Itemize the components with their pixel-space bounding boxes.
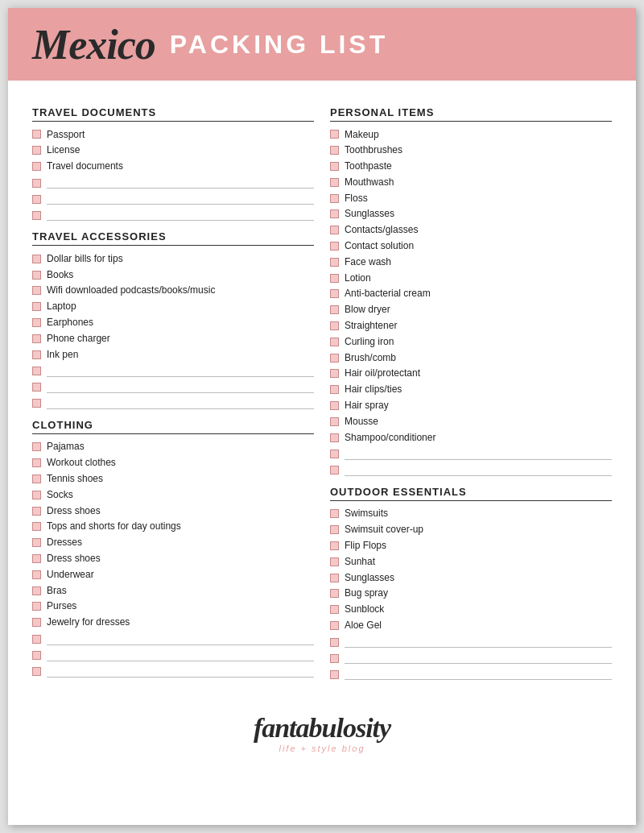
checkbox-icon[interactable] [330,258,339,267]
list-item[interactable]: Laptop [32,299,314,315]
checkbox-icon[interactable] [330,354,339,363]
checkbox-icon[interactable] [32,350,41,359]
list-item[interactable]: Flip Flops [330,538,612,554]
list-item[interactable]: Hair oil/protectant [330,366,612,382]
list-item[interactable]: Wifi downloaded podcasts/books/music [32,283,314,299]
list-item[interactable]: Socks [32,487,314,503]
list-item[interactable]: Jewelry for dresses [32,615,314,631]
checkbox-icon[interactable] [330,226,339,234]
checkbox-icon[interactable] [330,557,339,566]
checkbox-icon[interactable] [330,621,339,630]
list-item[interactable]: Floss [330,190,612,206]
list-item[interactable]: Contacts/glasses [330,222,612,238]
list-item[interactable]: Workout clothes [32,455,314,471]
list-item[interactable]: Blow dryer [330,302,612,318]
checkbox-icon[interactable] [330,305,339,314]
list-item[interactable]: Dress shoes [32,503,314,519]
list-item[interactable]: Face wash [330,254,612,270]
list-item[interactable]: Makeup [330,126,612,143]
list-item[interactable]: License [32,143,314,159]
checkbox-icon[interactable] [330,433,339,442]
list-item[interactable]: Bras [32,582,314,599]
checkbox-icon[interactable] [330,209,339,218]
list-item[interactable]: Contact solution [330,238,612,255]
checkbox-icon[interactable] [32,302,41,311]
checkbox-icon[interactable] [330,178,339,187]
list-item[interactable]: Sunblock [330,602,612,618]
checkbox-icon[interactable] [330,194,339,203]
checkbox-icon[interactable] [32,334,41,343]
checkbox-icon[interactable] [32,618,41,627]
checkbox-icon[interactable] [32,458,41,467]
checkbox-icon[interactable] [32,554,41,563]
checkbox-icon[interactable] [32,491,41,499]
checkbox-icon[interactable] [330,509,339,518]
checkbox-icon[interactable] [330,130,339,139]
list-item[interactable]: Tennis shoes [32,471,314,487]
list-item[interactable]: Curling iron [330,334,612,350]
checkbox-icon[interactable] [330,338,339,346]
list-item[interactable]: Phone charger [32,330,314,346]
list-item[interactable]: Shampoo/conditioner [330,429,612,446]
list-item[interactable]: Purses [32,599,314,615]
checkbox-icon[interactable] [32,146,41,155]
checkbox-icon[interactable] [330,146,339,155]
list-item[interactable]: Toothpaste [330,159,612,175]
checkbox-icon[interactable] [32,318,41,327]
list-item[interactable]: Passport [32,126,314,143]
checkbox-icon[interactable] [330,605,339,614]
checkbox-icon[interactable] [32,271,41,280]
checkbox-icon[interactable] [330,417,339,426]
list-item[interactable]: Books [32,267,314,283]
checkbox-icon[interactable] [330,321,339,330]
list-item[interactable]: Bug spray [330,586,612,602]
checkbox-icon[interactable] [330,242,339,251]
list-item[interactable]: Ink pen [32,346,314,363]
checkbox-icon[interactable] [330,289,339,298]
checkbox-icon[interactable] [32,442,41,451]
checkbox-icon[interactable] [330,574,339,582]
checkbox-icon[interactable] [32,570,41,579]
list-item[interactable]: Sunglasses [330,570,612,586]
list-item[interactable]: Pajamas [32,439,314,455]
list-item[interactable]: Mousse [330,413,612,429]
list-item[interactable]: Sunglasses [330,206,612,222]
list-item[interactable]: Brush/comb [330,350,612,366]
list-item[interactable]: Aloe Gel [330,618,612,634]
list-item[interactable]: Earphones [32,315,314,331]
checkbox-icon[interactable] [330,541,339,550]
list-item[interactable]: Travel documents [32,159,314,175]
checkbox-icon[interactable] [32,507,41,516]
list-item[interactable]: Hair clips/ties [330,382,612,398]
checkbox-icon[interactable] [330,401,339,410]
list-item[interactable]: Straightener [330,318,612,334]
list-item[interactable]: Dollar bills for tips [32,251,314,267]
list-item[interactable]: Swimsuits [330,506,612,522]
list-item[interactable]: Dress shoes [32,551,314,567]
list-item[interactable]: Underwear [32,566,314,582]
checkbox-icon[interactable] [32,538,41,547]
list-item[interactable]: Lotion [330,270,612,286]
list-item[interactable]: Hair spray [330,398,612,414]
checkbox-icon[interactable] [330,385,339,394]
list-item[interactable]: Anti-bacterial cream [330,286,612,302]
checkbox-icon[interactable] [32,255,41,263]
checkbox-icon[interactable] [32,130,41,139]
checkbox-icon[interactable] [330,589,339,598]
list-item[interactable]: Mouthwash [330,174,612,190]
checkbox-icon[interactable] [330,162,339,171]
list-item[interactable]: Tops and shorts for day outings [32,519,314,535]
checkbox-icon[interactable] [32,522,41,531]
checkbox-icon[interactable] [32,475,41,483]
list-item[interactable]: Swimsuit cover-up [330,522,612,538]
checkbox-icon[interactable] [330,274,339,283]
checkbox-icon[interactable] [32,586,41,595]
checkbox-icon[interactable] [330,525,339,534]
checkbox-icon[interactable] [32,602,41,611]
list-item[interactable]: Dresses [32,535,314,551]
list-item[interactable]: Toothbrushes [330,143,612,159]
checkbox-icon[interactable] [330,369,339,378]
checkbox-icon[interactable] [32,286,41,295]
list-item[interactable]: Sunhat [330,553,612,570]
checkbox-icon[interactable] [32,162,41,171]
